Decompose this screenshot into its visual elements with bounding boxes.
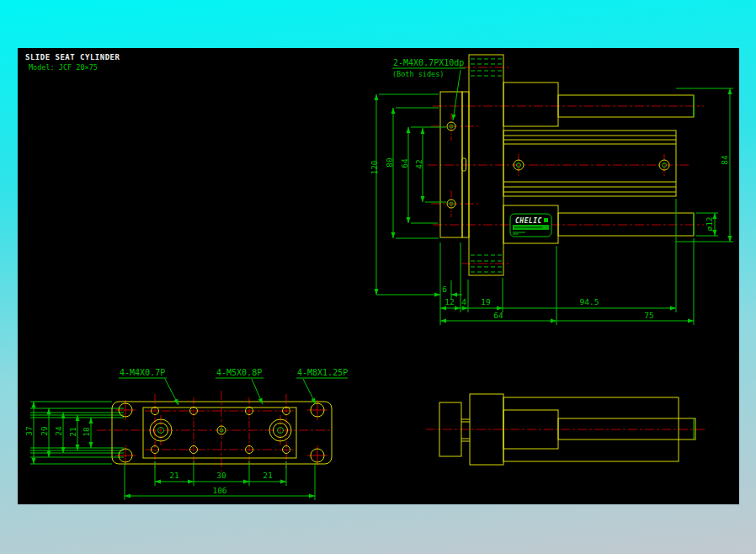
top-view-callouts: 4-M4X0.7P 4-M5X0.8P 4-M8X1.25P (119, 368, 348, 405)
top-view-centerlines (97, 391, 330, 471)
dim-120: 120 (370, 160, 379, 174)
brand-name: CHELIC (515, 217, 542, 225)
dim-6: 6 (442, 285, 447, 294)
dim-rod-diameter: ø12 (705, 216, 714, 231)
dim-64-vertical: 64 (400, 158, 409, 168)
title-block: SLIDE SEAT CYLINDER Model: JCF 20×75 (25, 53, 120, 72)
m5-thread-label: 4-M5X0.8P (216, 368, 262, 377)
m8-thread-label: 4-M8X1.25P (297, 368, 348, 377)
top-view: 4-M4X0.7P 4-M5X0.8P 4-M8X1.25P (24, 368, 348, 500)
thread-spec-label: 2-M4X0.7PX10dp (393, 58, 464, 67)
top-view-width-dims: 37 29 24 21 18 (24, 402, 91, 464)
dim-24: 24 (54, 426, 63, 436)
brand-logo-mark (544, 218, 548, 222)
thread-note: (Both sides) (392, 70, 444, 78)
m4-thread-label: 4-M4X0.7P (120, 368, 165, 377)
dim-19: 19 (481, 297, 491, 306)
cad-drawing: SLIDE SEAT CYLINDER Model: JCF 20×75 (18, 48, 739, 504)
drawing-canvas: SLIDE SEAT CYLINDER Model: JCF 20×75 (18, 48, 739, 504)
dim-29: 29 (40, 426, 49, 436)
dim-42: 42 (414, 159, 423, 168)
dim-94-5: 94.5 (580, 297, 599, 306)
top-view-length-dims: 21 30 21 106 (125, 461, 315, 500)
dim-37: 37 (24, 426, 34, 435)
thread-callout: 2-M4X0.7PX10dp (Both sides) (392, 58, 466, 120)
profile-view (426, 394, 707, 465)
dim-106: 106 (212, 486, 226, 495)
dim-84: 84 (720, 155, 729, 165)
dim-21: 21 (68, 427, 77, 437)
brand-label: CHELIC (510, 214, 551, 237)
cad-application-window: SLIDE SEAT CYLINDER Model: JCF 20×75 (0, 0, 756, 554)
dim-12: 12 (445, 297, 454, 306)
dim-21a: 21 (169, 471, 179, 480)
side-view-vertical-dims: 120 80 64 42 (370, 94, 446, 295)
dim-21b: 21 (263, 471, 273, 480)
side-view: CHELIC 2-M4X0.7PX10dp (Both sides) (370, 55, 733, 325)
dim-75: 75 (644, 311, 653, 320)
dim-64: 64 (493, 311, 503, 320)
dim-80: 80 (385, 157, 394, 168)
dim-30: 30 (216, 471, 226, 480)
dim-4: 4 (461, 297, 466, 306)
dim-18: 18 (82, 427, 91, 437)
model-number: Model: JCF 20×75 (29, 63, 98, 72)
drawing-title: SLIDE SEAT CYLINDER (25, 53, 120, 61)
